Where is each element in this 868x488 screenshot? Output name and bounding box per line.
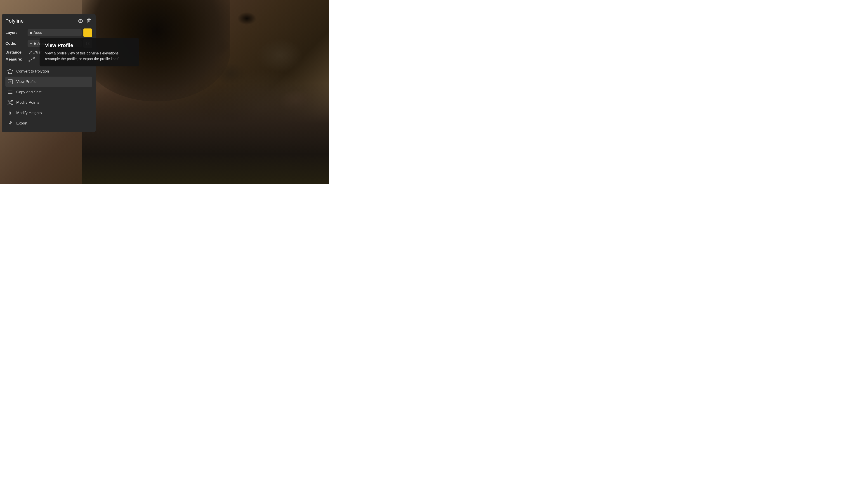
layer-dot	[30, 32, 32, 34]
layer-value-container[interactable]: None	[28, 29, 82, 36]
svg-rect-19	[8, 79, 12, 84]
color-swatch-button[interactable]	[84, 29, 92, 37]
svg-point-24	[8, 100, 9, 101]
modify-heights-icon	[7, 110, 13, 116]
sidebar-header: Polyline	[5, 18, 92, 24]
trash-icon	[87, 19, 91, 24]
svg-point-0	[78, 20, 83, 23]
modify-points-icon	[7, 100, 13, 105]
code-plus-icon: +	[30, 41, 32, 46]
code-dot	[34, 42, 36, 45]
map-bottom	[82, 83, 329, 184]
tooltip-description: View a profile view of this polyline's e…	[45, 51, 133, 62]
svg-point-10	[29, 60, 30, 62]
menu-item-modify-heights[interactable]: Modify Heights	[5, 108, 92, 118]
svg-point-26	[8, 104, 9, 105]
svg-point-11	[33, 57, 35, 59]
svg-marker-13	[8, 69, 12, 73]
measure-icon[interactable]	[29, 57, 35, 62]
svg-line-29	[11, 101, 11, 102]
export-icon	[7, 121, 13, 126]
sidebar-panel: Polyline	[2, 14, 96, 132]
svg-point-17	[8, 73, 9, 74]
layer-row: Layer: None	[5, 29, 92, 37]
layer-label: Layer:	[5, 31, 26, 35]
svg-line-28	[9, 101, 10, 102]
svg-point-25	[11, 100, 13, 101]
eye-icon	[78, 19, 83, 23]
menu-item-export[interactable]: Export	[5, 118, 92, 129]
measure-label: Measure:	[5, 57, 26, 62]
svg-line-31	[11, 103, 11, 104]
svg-point-27	[11, 104, 13, 105]
copy-shift-icon	[7, 89, 13, 95]
svg-point-1	[80, 20, 81, 22]
modify-points-label: Modify Points	[16, 100, 39, 105]
svg-point-14	[10, 69, 11, 70]
panel-title: Polyline	[5, 18, 24, 24]
svg-point-15	[12, 70, 13, 71]
menu-item-view-profile[interactable]: View Profile	[5, 76, 92, 87]
convert-polygon-icon	[7, 68, 13, 74]
visibility-toggle-button[interactable]	[77, 18, 84, 24]
svg-point-16	[11, 73, 12, 74]
header-actions	[77, 18, 92, 24]
layer-value: None	[33, 31, 42, 35]
svg-point-18	[7, 70, 8, 71]
copy-and-shift-label: Copy and Shift	[16, 90, 41, 94]
delete-button[interactable]	[86, 18, 92, 24]
view-profile-label: View Profile	[16, 79, 36, 84]
menu-item-convert-to-polygon[interactable]: Convert to Polygon	[5, 66, 92, 76]
tooltip-title: View Profile	[45, 42, 133, 48]
export-label: Export	[16, 121, 27, 126]
svg-line-12	[30, 59, 33, 61]
distance-label: Distance:	[5, 50, 26, 55]
menu-item-modify-points[interactable]: Modify Points	[5, 97, 92, 108]
svg-line-30	[9, 103, 10, 104]
convert-to-polygon-label: Convert to Polygon	[16, 69, 49, 74]
view-profile-icon	[7, 79, 13, 85]
code-label: Code:	[5, 41, 26, 46]
modify-heights-label: Modify Heights	[16, 111, 41, 115]
tooltip-popup: View Profile View a profile view of this…	[39, 38, 139, 66]
menu-item-copy-and-shift[interactable]: Copy and Shift	[5, 87, 92, 97]
